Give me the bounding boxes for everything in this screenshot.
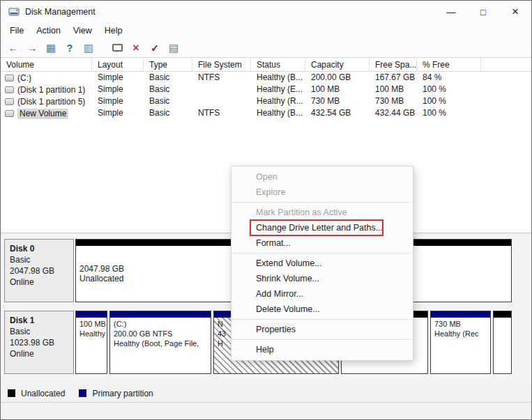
forward-icon[interactable]: → (24, 40, 40, 56)
partition-recovery-730mb[interactable]: 730 MB Healthy (Rec (430, 311, 491, 374)
delete-volume-icon[interactable]: × (128, 40, 144, 56)
table-row[interactable]: (C:) Simple Basic NTFS Healthy (B... 200… (1, 72, 531, 84)
header-layout[interactable]: Layout (92, 58, 144, 71)
cell-volume: (Disk 1 partition 1) (1, 84, 92, 95)
disk-type: Basic (10, 326, 68, 337)
disk-type: Basic (10, 254, 68, 265)
disk1-label[interactable]: Disk 1 Basic 1023.98 GB Online (4, 311, 74, 374)
cell-capacity: 100 MB (305, 84, 370, 95)
cell-pct-free: 84 % (417, 72, 481, 84)
menu-item-add-mirror[interactable]: Add Mirror... (231, 286, 413, 302)
minimize-button[interactable]: — (435, 1, 467, 23)
cell-layout: Simple (92, 72, 144, 84)
toolbar: ← → ▦ ? ▥ × ✓ ▤ (1, 38, 531, 58)
legend-primary-swatch (79, 389, 86, 397)
callout-icon[interactable] (109, 44, 126, 52)
menu-item-format[interactable]: Format... (231, 235, 413, 251)
callout-icon-shape (112, 44, 123, 52)
cell-free-space: 432.44 GB (370, 107, 417, 119)
cell-status: Healthy (R... (251, 95, 305, 107)
cell-volume: (C:) (1, 72, 92, 84)
table-row[interactable]: (Disk 1 partition 5) Simple Basic Health… (1, 95, 531, 107)
cell-layout: Simple (92, 84, 144, 95)
close-button[interactable]: × (499, 1, 531, 23)
volume-table-header: Volume Layout Type File System Status Ca… (1, 58, 531, 72)
disk-management-window: Disk Management — □ × File Action View H… (0, 0, 532, 420)
help-icon[interactable]: ? (61, 40, 78, 56)
cell-capacity: 200.00 GB (305, 72, 370, 84)
header-capacity[interactable]: Capacity (305, 58, 370, 71)
menu-action[interactable]: Action (30, 23, 67, 38)
table-row[interactable]: (Disk 1 partition 1) Simple Basic Health… (1, 84, 531, 95)
disk0-label[interactable]: Disk 0 Basic 2047.98 GB Online (4, 239, 74, 302)
cell-type: Basic (144, 107, 192, 119)
cell-capacity: 730 MB (305, 95, 370, 107)
app-icon (8, 6, 20, 17)
cell-volume: New Volume (1, 107, 92, 119)
maximize-button[interactable]: □ (467, 1, 499, 23)
cell-free-space: 100 MB (370, 84, 417, 95)
status-bar (1, 403, 531, 420)
header-free-space[interactable]: Free Spa... (370, 58, 417, 71)
menu-file[interactable]: File (3, 23, 30, 38)
partition-stripe (431, 311, 490, 318)
menu-separator (232, 253, 412, 254)
menu-item-delete-volume[interactable]: Delete Volume... (231, 302, 413, 317)
disk-status: Online (10, 348, 68, 359)
header-file-system[interactable]: File System (192, 58, 251, 71)
menu-item-help[interactable]: Help (231, 342, 413, 357)
cell-status: Healthy (B... (251, 72, 305, 84)
legend-unallocated-label: Unallocated (21, 389, 65, 398)
header-status[interactable]: Status (251, 58, 305, 71)
menu-view[interactable]: View (67, 23, 98, 38)
cell-type: Basic (144, 84, 192, 95)
menu-separator (232, 319, 412, 320)
disk-name: Disk 1 (10, 315, 68, 326)
menu-item-change-drive-letter[interactable]: Change Drive Letter and Paths... (231, 220, 413, 235)
action-pane-icon[interactable]: ▥ (80, 40, 97, 56)
cell-layout: Simple (92, 95, 144, 107)
cell-status: Healthy (E... (251, 84, 305, 95)
partition-label (494, 318, 511, 373)
disk-name: Disk 0 (10, 243, 68, 254)
cell-pct-free: 100 % (417, 84, 481, 95)
cell-pct-free: 100 % (417, 107, 481, 119)
partition-stripe (76, 311, 107, 318)
header-type[interactable]: Type (144, 58, 192, 71)
titlebar: Disk Management — □ × (1, 1, 531, 23)
legend-unallocated-swatch (8, 389, 15, 397)
partition-stripe (110, 311, 211, 318)
menu-item-properties[interactable]: Properties (231, 322, 413, 337)
menu-item-open: Open (231, 169, 413, 185)
menu-help[interactable]: Help (98, 23, 129, 38)
header-filler (481, 58, 531, 71)
partition-c-drive[interactable]: (C:) 200.00 GB NTFS Healthy (Boot, Page … (109, 311, 211, 374)
volume-icon (5, 98, 14, 105)
partition-label: 730 MB Healthy (Rec (431, 318, 490, 373)
cell-pct-free: 100 % (417, 95, 481, 107)
menubar: File Action View Help (1, 23, 531, 38)
partition-unallocated-end[interactable] (493, 311, 512, 374)
legend-bar: Unallocated Primary partition (1, 384, 531, 403)
header-pct-free[interactable]: % Free (417, 58, 481, 71)
cell-free-space: 730 MB (370, 95, 417, 107)
menu-item-explore: Explore (231, 185, 413, 200)
menu-item-shrink-volume[interactable]: Shrink Volume... (231, 271, 413, 286)
views-icon[interactable]: ▤ (165, 40, 182, 56)
console-tree-icon[interactable]: ▦ (43, 40, 59, 56)
cell-file-system: NTFS (192, 107, 251, 119)
back-icon[interactable]: ← (5, 40, 22, 56)
header-volume[interactable]: Volume (1, 58, 92, 71)
menu-item-extend-volume[interactable]: Extend Volume... (231, 256, 413, 271)
partition-stripe (494, 311, 511, 318)
cell-type: Basic (144, 95, 192, 107)
legend-primary-label: Primary partition (92, 389, 153, 398)
cell-file-system (192, 95, 251, 107)
menu-separator (232, 202, 412, 203)
table-row-selected[interactable]: New Volume Simple Basic NTFS Healthy (B.… (1, 107, 531, 119)
mark-partition-icon[interactable]: ✓ (146, 40, 163, 56)
partition-system-100mb[interactable]: 100 MB Healthy (75, 311, 107, 374)
menu-separator (232, 339, 412, 340)
window-title: Disk Management (25, 7, 96, 17)
disk-size: 1023.98 GB (10, 337, 68, 348)
